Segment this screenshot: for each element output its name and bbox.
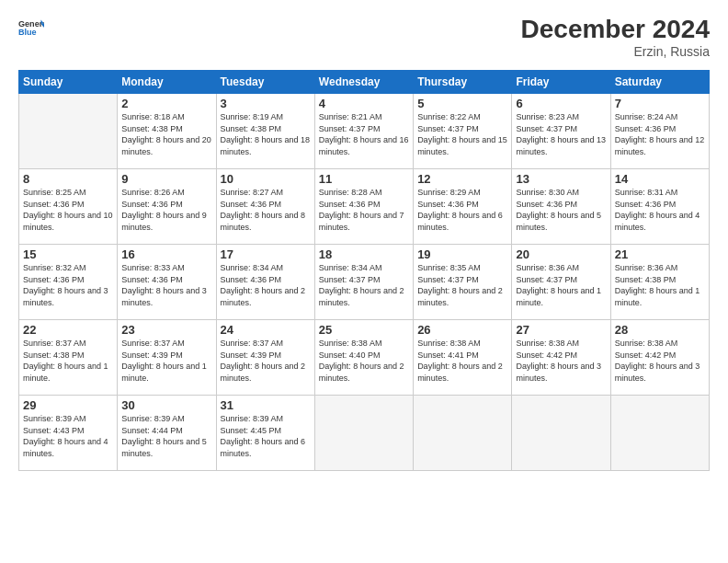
day-info: Sunrise: 8:39 AMSunset: 4:43 PMDaylight:… — [23, 414, 108, 458]
day-number: 11 — [319, 172, 409, 186]
day-number: 14 — [615, 172, 705, 186]
day-info: Sunrise: 8:30 AMSunset: 4:36 PMDaylight:… — [516, 188, 601, 232]
day-info: Sunrise: 8:38 AMSunset: 4:40 PMDaylight:… — [319, 339, 404, 383]
day-info: Sunrise: 8:33 AMSunset: 4:36 PMDaylight:… — [121, 263, 207, 307]
day-info: Sunrise: 8:34 AMSunset: 4:37 PMDaylight:… — [319, 263, 404, 307]
day-number: 13 — [516, 172, 606, 186]
day-cell-31: 31Sunrise: 8:39 AMSunset: 4:45 PMDayligh… — [216, 396, 314, 471]
header-row: Sunday Monday Tuesday Wednesday Thursday… — [19, 71, 710, 94]
day-cell-15: 15Sunrise: 8:32 AMSunset: 4:36 PMDayligh… — [19, 245, 118, 320]
day-number: 21 — [615, 247, 705, 261]
day-cell-3: 3Sunrise: 8:19 AMSunset: 4:38 PMDaylight… — [216, 94, 314, 169]
day-cell-12: 12Sunrise: 8:29 AMSunset: 4:36 PMDayligh… — [414, 169, 512, 245]
day-number: 10 — [221, 172, 311, 186]
day-info: Sunrise: 8:22 AMSunset: 4:37 PMDaylight:… — [417, 112, 507, 156]
day-info: Sunrise: 8:37 AMSunset: 4:39 PMDaylight:… — [121, 339, 207, 383]
day-cell-25: 25Sunrise: 8:38 AMSunset: 4:40 PMDayligh… — [314, 320, 413, 396]
day-number: 4 — [319, 97, 409, 110]
day-number: 6 — [516, 97, 606, 110]
day-info: Sunrise: 8:38 AMSunset: 4:42 PMDaylight:… — [516, 339, 601, 383]
day-info: Sunrise: 8:27 AMSunset: 4:36 PMDaylight:… — [221, 188, 306, 232]
day-number: 15 — [23, 247, 113, 261]
day-cell-11: 11Sunrise: 8:28 AMSunset: 4:36 PMDayligh… — [314, 169, 413, 245]
day-number: 27 — [516, 323, 606, 337]
day-cell-26: 26Sunrise: 8:38 AMSunset: 4:41 PMDayligh… — [414, 320, 512, 396]
day-number: 23 — [121, 323, 211, 337]
day-cell-29: 29Sunrise: 8:39 AMSunset: 4:43 PMDayligh… — [19, 396, 118, 471]
day-info: Sunrise: 8:34 AMSunset: 4:36 PMDaylight:… — [221, 263, 306, 307]
day-info: Sunrise: 8:29 AMSunset: 4:36 PMDaylight:… — [417, 188, 503, 232]
header: General Blue December 2024 Erzin, Russia — [18, 15, 710, 59]
day-info: Sunrise: 8:28 AMSunset: 4:36 PMDaylight:… — [319, 188, 404, 232]
day-info: Sunrise: 8:19 AMSunset: 4:38 PMDaylight:… — [221, 112, 311, 156]
day-cell-5: 5Sunrise: 8:22 AMSunset: 4:37 PMDaylight… — [414, 94, 512, 169]
day-number: 17 — [221, 247, 311, 261]
week-row-1: 2Sunrise: 8:18 AMSunset: 4:38 PMDaylight… — [19, 94, 710, 169]
location: Erzin, Russia — [521, 44, 710, 59]
day-number: 26 — [417, 323, 507, 337]
day-number: 12 — [417, 172, 507, 186]
day-number: 5 — [417, 97, 507, 110]
day-number: 3 — [221, 97, 311, 110]
title-block: December 2024 Erzin, Russia — [521, 15, 710, 59]
day-cell-empty-4-6 — [610, 396, 709, 471]
day-number: 19 — [417, 247, 507, 261]
day-info: Sunrise: 8:31 AMSunset: 4:36 PMDaylight:… — [615, 188, 700, 232]
day-info: Sunrise: 8:36 AMSunset: 4:37 PMDaylight:… — [516, 263, 601, 307]
day-number: 25 — [319, 323, 409, 337]
day-cell-14: 14Sunrise: 8:31 AMSunset: 4:36 PMDayligh… — [610, 169, 709, 245]
day-info: Sunrise: 8:39 AMSunset: 4:44 PMDaylight:… — [121, 414, 207, 458]
day-info: Sunrise: 8:23 AMSunset: 4:37 PMDaylight:… — [516, 112, 606, 156]
day-number: 30 — [121, 398, 211, 412]
day-cell-19: 19Sunrise: 8:35 AMSunset: 4:37 PMDayligh… — [414, 245, 512, 320]
day-info: Sunrise: 8:32 AMSunset: 4:36 PMDaylight:… — [23, 263, 108, 307]
day-cell-13: 13Sunrise: 8:30 AMSunset: 4:36 PMDayligh… — [512, 169, 610, 245]
day-info: Sunrise: 8:36 AMSunset: 4:38 PMDaylight:… — [615, 263, 700, 307]
week-row-3: 15Sunrise: 8:32 AMSunset: 4:36 PMDayligh… — [19, 245, 710, 320]
day-cell-7: 7Sunrise: 8:24 AMSunset: 4:36 PMDaylight… — [610, 94, 709, 169]
calendar-table: Sunday Monday Tuesday Wednesday Thursday… — [18, 70, 710, 471]
day-cell-17: 17Sunrise: 8:34 AMSunset: 4:36 PMDayligh… — [216, 245, 314, 320]
logo-icon: General Blue — [18, 15, 44, 40]
col-monday: Monday — [118, 71, 216, 94]
week-row-2: 8Sunrise: 8:25 AMSunset: 4:36 PMDaylight… — [19, 169, 710, 245]
day-cell-16: 16Sunrise: 8:33 AMSunset: 4:36 PMDayligh… — [118, 245, 216, 320]
day-info: Sunrise: 8:37 AMSunset: 4:38 PMDaylight:… — [23, 339, 108, 383]
day-info: Sunrise: 8:24 AMSunset: 4:36 PMDaylight:… — [615, 112, 705, 156]
day-number: 20 — [516, 247, 606, 261]
day-cell-empty-4-5 — [512, 396, 610, 471]
day-number: 24 — [221, 323, 311, 337]
logo: General Blue — [18, 15, 44, 40]
calendar-page: General Blue December 2024 Erzin, Russia… — [0, 0, 728, 480]
day-number: 8 — [23, 172, 113, 186]
day-info: Sunrise: 8:38 AMSunset: 4:41 PMDaylight:… — [417, 339, 503, 383]
day-number: 29 — [23, 398, 113, 412]
day-cell-18: 18Sunrise: 8:34 AMSunset: 4:37 PMDayligh… — [314, 245, 413, 320]
week-row-5: 29Sunrise: 8:39 AMSunset: 4:43 PMDayligh… — [19, 396, 710, 471]
day-info: Sunrise: 8:18 AMSunset: 4:38 PMDaylight:… — [121, 112, 211, 156]
day-cell-empty-4-3 — [314, 396, 413, 471]
day-cell-9: 9Sunrise: 8:26 AMSunset: 4:36 PMDaylight… — [118, 169, 216, 245]
svg-text:General: General — [18, 19, 44, 29]
day-cell-23: 23Sunrise: 8:37 AMSunset: 4:39 PMDayligh… — [118, 320, 216, 396]
day-info: Sunrise: 8:21 AMSunset: 4:37 PMDaylight:… — [319, 112, 409, 156]
col-sunday: Sunday — [19, 71, 118, 94]
day-number: 2 — [121, 97, 211, 110]
day-number: 16 — [121, 247, 211, 261]
col-thursday: Thursday — [414, 71, 512, 94]
day-cell-8: 8Sunrise: 8:25 AMSunset: 4:36 PMDaylight… — [19, 169, 118, 245]
day-cell-4: 4Sunrise: 8:21 AMSunset: 4:37 PMDaylight… — [314, 94, 413, 169]
day-info: Sunrise: 8:39 AMSunset: 4:45 PMDaylight:… — [221, 414, 306, 458]
col-saturday: Saturday — [610, 71, 709, 94]
day-cell-21: 21Sunrise: 8:36 AMSunset: 4:38 PMDayligh… — [610, 245, 709, 320]
day-cell-2: 2Sunrise: 8:18 AMSunset: 4:38 PMDaylight… — [118, 94, 216, 169]
day-cell-27: 27Sunrise: 8:38 AMSunset: 4:42 PMDayligh… — [512, 320, 610, 396]
day-number: 7 — [615, 97, 705, 110]
month-title: December 2024 — [521, 15, 710, 44]
col-friday: Friday — [512, 71, 610, 94]
day-cell-24: 24Sunrise: 8:37 AMSunset: 4:39 PMDayligh… — [216, 320, 314, 396]
day-number: 18 — [319, 247, 409, 261]
day-info: Sunrise: 8:26 AMSunset: 4:36 PMDaylight:… — [121, 188, 207, 232]
col-wednesday: Wednesday — [314, 71, 413, 94]
day-cell-30: 30Sunrise: 8:39 AMSunset: 4:44 PMDayligh… — [118, 396, 216, 471]
